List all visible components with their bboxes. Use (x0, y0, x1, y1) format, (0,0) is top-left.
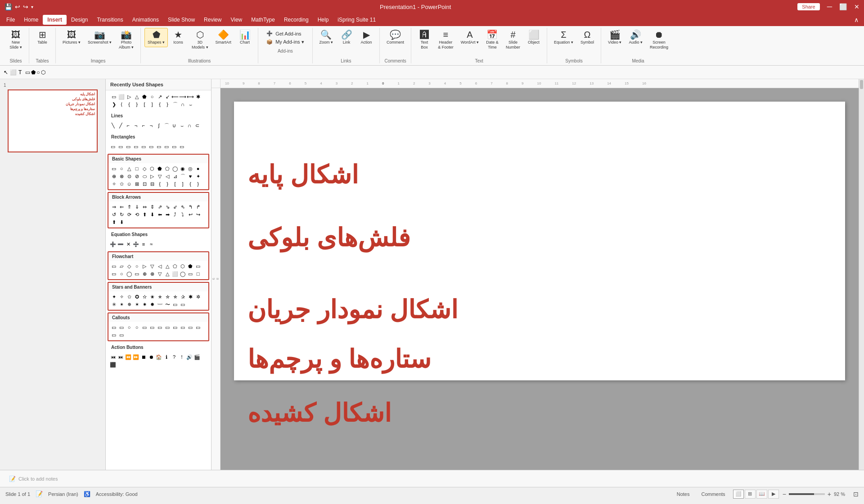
shape-item[interactable]: ▭ (110, 263, 117, 270)
shape-item[interactable]: 🏠 (155, 353, 162, 361)
shape-item[interactable]: ↙ (164, 93, 171, 100)
shape-item[interactable]: ℹ (163, 353, 170, 361)
shape-item[interactable]: ⬜ (171, 270, 179, 277)
shape-item[interactable]: ↩ (187, 211, 194, 218)
shape-item[interactable]: 〜 (164, 301, 171, 308)
slide-thumbnail[interactable]: اشکال پایه فلش‌های بلوکی اشکال نمودار جر… (8, 89, 98, 152)
shape-item[interactable]: ⟳ (126, 211, 133, 218)
shape-item[interactable]: ▭ (109, 143, 117, 150)
shape-item[interactable]: ⊡ (141, 180, 148, 187)
customize-qat-icon[interactable]: ▾ (31, 4, 33, 9)
menu-animations[interactable]: Animations (128, 15, 163, 25)
shape-item[interactable]: ▭ (171, 301, 179, 308)
shape-item[interactable]: ✕ (125, 241, 132, 248)
shape-item[interactable]: ✱ (194, 93, 202, 100)
shape-item[interactable]: ⬇ (118, 219, 125, 226)
shape-item[interactable]: ♥ (187, 173, 194, 180)
shape-item[interactable]: ☺ (126, 180, 133, 187)
shape-item[interactable]: ↻ (118, 211, 125, 218)
shape-item[interactable]: ▭ (156, 324, 163, 331)
shape-item[interactable]: ▭ (148, 143, 155, 150)
shape-item[interactable]: ▭ (110, 165, 117, 172)
scrollbar-vertical[interactable] (859, 79, 864, 470)
shape-item[interactable]: } (194, 180, 202, 187)
shape-item[interactable]: ⇐ (118, 203, 125, 210)
shape-item[interactable]: △ (164, 263, 171, 270)
shape-item[interactable]: ⏩ (132, 353, 140, 361)
menu-ispring[interactable]: iSpring Suite 11 (333, 15, 380, 25)
menu-slideshow[interactable]: Slide Show (163, 15, 199, 25)
close-icon[interactable]: ✕ (854, 3, 860, 10)
shape-item[interactable]: ↪ (194, 211, 202, 218)
toolbar-icon2[interactable]: ⬟ (31, 69, 36, 76)
shape-item[interactable]: ▭ (117, 143, 124, 150)
shape-item[interactable]: ▭ (187, 324, 194, 331)
shape-item[interactable]: ▷ (148, 173, 156, 180)
shape-item[interactable]: ⊿ (171, 173, 179, 180)
shape-item[interactable]: ▽ (148, 263, 156, 270)
shape-item[interactable]: ⟵ (171, 93, 179, 100)
shape-item[interactable]: ➡ (164, 211, 171, 218)
shape-item[interactable]: ⇘ (164, 203, 171, 210)
zoom-out-button[interactable]: − (783, 491, 786, 498)
table-button[interactable]: ⊞ Table (33, 28, 52, 47)
redo-icon[interactable]: ↪ (23, 3, 28, 10)
shape-item[interactable]: ▭ (140, 143, 147, 150)
shape-item[interactable]: ❯ (110, 101, 117, 108)
menu-insert[interactable]: Insert (43, 15, 67, 25)
canvas-wrapper[interactable]: اشکال پایه فلش‌های بلوکی اشکال نمودار جر… (220, 88, 859, 470)
reading-view-button[interactable]: 📖 (756, 490, 767, 499)
shape-item[interactable]: ◯ (171, 165, 179, 172)
shape-item[interactable]: { (156, 180, 163, 187)
shape-item[interactable]: ⬠ (171, 263, 179, 270)
video-button[interactable]: 🎬 Video ▾ (605, 28, 625, 47)
shape-item[interactable]: ▭ (110, 93, 117, 100)
shape-item[interactable]: ▽ (156, 173, 163, 180)
get-addins-button[interactable]: ➕ Get Add-ins (264, 30, 306, 37)
scrollbar-thumb-v[interactable] (860, 80, 863, 89)
shape-item[interactable]: ○ (133, 324, 140, 331)
shape-item[interactable]: ✰ (179, 293, 186, 300)
audio-button[interactable]: 🔊 Audio ▾ (626, 28, 646, 47)
shape-item[interactable]: ▭ (110, 331, 117, 339)
shape-item[interactable]: ⌣ (178, 122, 185, 129)
shape-item[interactable]: ✷ (141, 301, 148, 308)
shape-item[interactable]: ⏹ (140, 353, 147, 361)
shape-item[interactable]: ▭ (141, 324, 148, 331)
shape-item[interactable]: 🎬 (194, 353, 201, 361)
shape-item[interactable]: ⬟ (156, 165, 163, 172)
shape-item[interactable]: ⇗ (156, 203, 163, 210)
shape-item[interactable]: ⇖ (179, 203, 186, 210)
notes-button[interactable]: Notes (673, 490, 694, 498)
shape-item[interactable]: ✦ (110, 293, 117, 300)
shape-item[interactable]: ○ (133, 263, 140, 270)
shape-item[interactable]: ⊘ (133, 173, 140, 180)
shape-item[interactable]: ∫ (155, 122, 162, 129)
text-box-button[interactable]: 🅰 TextBox (415, 28, 434, 52)
shape-item[interactable]: ✵ (126, 301, 133, 308)
shape-item[interactable]: ▷ (126, 93, 133, 100)
smartart-button[interactable]: 🔶 SmartArt (212, 28, 235, 47)
shape-item[interactable]: ▽ (156, 270, 163, 277)
menu-mathtype[interactable]: MathType (247, 15, 279, 25)
shape-item[interactable]: ▭ (194, 263, 202, 270)
shape-item[interactable]: ⊗ (118, 173, 125, 180)
undo-icon[interactable]: ↩ (15, 3, 20, 10)
shape-item[interactable]: ⬡ (148, 165, 156, 172)
shape-item[interactable]: ▭ (110, 270, 117, 277)
shape-item[interactable]: ✲ (194, 293, 202, 300)
shape-item[interactable]: ✱ (187, 293, 194, 300)
share-button[interactable]: Share (797, 3, 819, 10)
shape-item[interactable]: ⇓ (133, 203, 140, 210)
shape-item[interactable]: ▭ (110, 324, 117, 331)
shape-item[interactable]: ▭ (194, 324, 202, 331)
shape-item[interactable]: ⊕ (110, 173, 117, 180)
shape-item[interactable]: ▭ (125, 143, 132, 150)
menu-view[interactable]: View (226, 15, 247, 25)
shape-item[interactable]: ○ (118, 270, 125, 277)
shape-item[interactable]: ⇙ (171, 203, 179, 210)
new-slide-button[interactable]: 🖼 NewSlide ▾ (6, 28, 25, 52)
shape-item[interactable]: ⬡ (179, 263, 186, 270)
shape-item[interactable]: ✧ (118, 293, 125, 300)
shape-item[interactable]: ▭ (118, 324, 125, 331)
